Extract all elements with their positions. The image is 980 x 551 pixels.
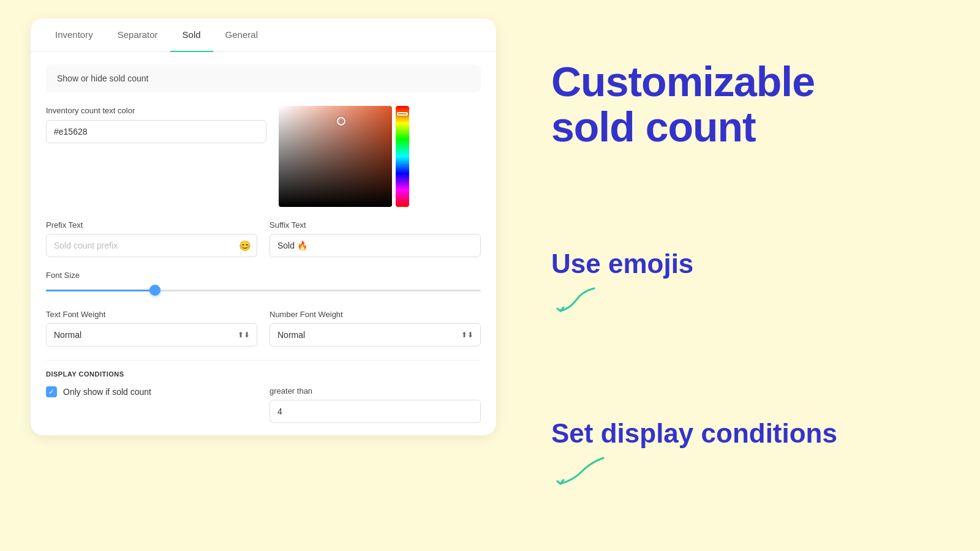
left-panel: Inventory Separator Sold General Show or… (0, 0, 527, 551)
color-gradient[interactable] (279, 106, 392, 207)
card-body: Show or hide sold count Inventory count … (31, 52, 496, 435)
headline-block: Customizable sold count (551, 59, 956, 151)
number-font-weight-select[interactable]: Normal Bold Lighter Bolder (270, 323, 481, 347)
suffix-group: Suffix Text (270, 220, 481, 257)
prefix-suffix-row: Prefix Text 😊 Suffix Text (46, 220, 481, 257)
checkbox-label: Only show if sold count (63, 387, 151, 397)
text-font-weight-select[interactable]: Normal Bold Lighter Bolder (46, 323, 257, 347)
main-layout: Inventory Separator Sold General Show or… (0, 0, 980, 551)
right-panel: Customizable sold count Use emojis Set d… (527, 0, 980, 551)
slider-fill (46, 290, 155, 291)
greater-than-group: greater than (270, 386, 481, 423)
curl-arrow-1-icon (551, 285, 600, 316)
use-emojis-block: Use emojis (551, 249, 956, 318)
show-hide-label: Show or hide sold count (57, 73, 148, 83)
prefix-input-wrapper: 😊 (46, 234, 257, 257)
prefix-label: Prefix Text (46, 220, 257, 230)
suffix-input-wrapper (270, 234, 481, 257)
color-picker[interactable] (279, 106, 409, 207)
greater-than-input[interactable] (270, 400, 481, 423)
conditions-title: DISPLAY CONDITIONS (46, 370, 481, 378)
headline-line2: sold count (551, 104, 956, 150)
use-emojis-text: Use emojis (551, 249, 693, 279)
text-font-weight-group: Text Font Weight Normal Bold Lighter Bol… (46, 310, 257, 347)
settings-card: Inventory Separator Sold General Show or… (31, 18, 496, 435)
set-conditions-text: Set display conditions (551, 418, 956, 450)
checkbox-group: ✓ Only show if sold count (46, 386, 257, 397)
slider-thumb[interactable] (149, 285, 160, 296)
set-conditions-block: Set display conditions (551, 418, 956, 493)
number-font-weight-select-wrapper: Normal Bold Lighter Bolder ⬆⬇ (270, 323, 481, 347)
slider-track (46, 290, 481, 291)
font-weight-row: Text Font Weight Normal Bold Lighter Bol… (46, 310, 481, 347)
tab-sold[interactable]: Sold (170, 18, 213, 52)
display-conditions: DISPLAY CONDITIONS ✓ Only show if sold c… (46, 360, 481, 423)
prefix-group: Prefix Text 😊 (46, 220, 257, 257)
number-font-weight-label: Number Font Weight (270, 310, 481, 319)
text-font-weight-label: Text Font Weight (46, 310, 257, 319)
number-font-weight-group: Number Font Weight Normal Bold Lighter B… (270, 310, 481, 347)
hue-slider[interactable] (396, 106, 409, 207)
color-picker-dot (337, 117, 345, 126)
tabs-container: Inventory Separator Sold General (31, 18, 496, 52)
greater-than-label: greater than (270, 386, 481, 395)
color-input[interactable] (46, 120, 266, 143)
show-hide-row: Show or hide sold count (46, 64, 481, 92)
text-font-weight-select-wrapper: Normal Bold Lighter Bolder ⬆⬇ (46, 323, 257, 347)
color-section-label: Inventory count text color (46, 106, 266, 115)
curl-arrow-2-icon (551, 453, 612, 490)
headline-line1: Customizable (551, 59, 956, 105)
prefix-input[interactable] (46, 234, 257, 257)
color-input-wrapper: Inventory count text color (46, 106, 266, 143)
hue-slider-thumb (397, 112, 408, 116)
suffix-label: Suffix Text (270, 220, 481, 230)
color-section: Inventory count text color (46, 106, 481, 207)
tab-general[interactable]: General (213, 18, 270, 52)
condition-row: ✓ Only show if sold count greater than (46, 386, 481, 423)
tab-separator[interactable]: Separator (105, 18, 170, 52)
font-size-label: Font Size (46, 271, 481, 280)
font-size-slider-wrapper[interactable] (46, 284, 481, 296)
tab-inventory[interactable]: Inventory (43, 18, 105, 52)
emoji-button[interactable]: 😊 (239, 240, 251, 252)
suffix-input[interactable] (270, 234, 481, 257)
checkbox-check-icon: ✓ (48, 388, 55, 395)
font-size-section: Font Size (46, 271, 481, 296)
only-show-checkbox[interactable]: ✓ (46, 386, 57, 397)
